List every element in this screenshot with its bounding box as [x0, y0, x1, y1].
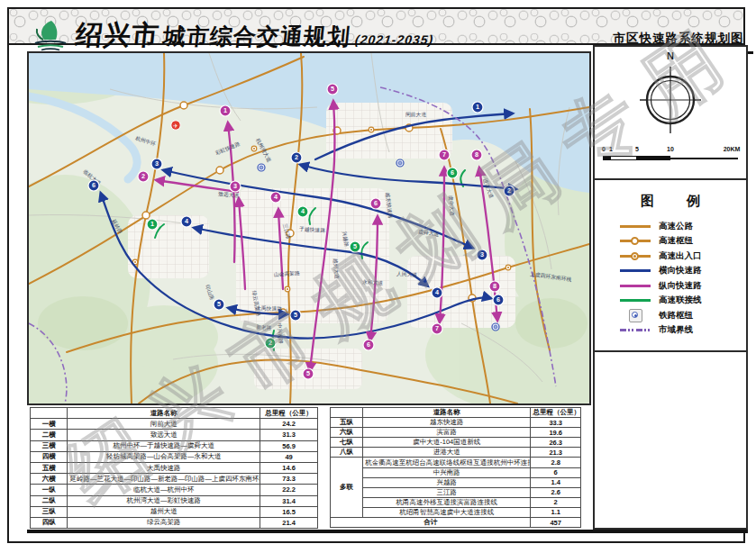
table-row: 兴越路1.4: [331, 477, 581, 487]
railway-hub-icon: [258, 164, 265, 171]
city-boundary-icon: [620, 326, 651, 335]
expressway-ramp-icon: [620, 251, 651, 260]
scale-tick: 5: [635, 146, 639, 152]
legend-label: 铁路枢纽: [659, 310, 693, 322]
route-badge: 5: [214, 299, 224, 310]
route-badge: 4: [181, 216, 192, 227]
table-row: 五纵越东快速路33.3: [331, 418, 581, 428]
legend-title: 图 例: [595, 193, 746, 210]
scale-ticks: 0 1 5 10 20KM: [603, 146, 738, 155]
table-row: 三横杭州中环—于越快速路—虞舜大道56.9: [31, 440, 318, 451]
table-row: 一纵临杭大道—杭州中环22.2: [31, 485, 318, 495]
compass-scale-box: N 0 1 5 10 20KM: [595, 47, 746, 180]
title-year: (2021-2035): [354, 32, 434, 47]
table-header-row: 道路名称总里程（公里）: [31, 408, 318, 419]
svg-text:4: 4: [274, 193, 278, 201]
title-rest: 城市综合交通规划: [162, 22, 352, 51]
side-panel: N 0 1 5 10 20KM: [593, 45, 748, 530]
railway-hub-icon: [620, 311, 651, 320]
route-badge: 2: [265, 338, 276, 349]
bottom-rule: [27, 530, 748, 533]
table-row: 中兴南路6: [331, 467, 581, 477]
scale-bar-segments: [603, 156, 738, 160]
legend-label: 高速枢纽: [659, 235, 693, 247]
route-badge: 3: [151, 159, 162, 169]
green-sail-logo: [31, 20, 70, 56]
road-table-left: 道路名称总里程（公里）一横闸前大道24.2二横致远大道31.3三横杭州中环—于越…: [30, 407, 318, 529]
svg-text:5: 5: [306, 369, 310, 377]
table-row: 三江路2.6: [331, 487, 581, 497]
legend-item: 高速枢纽: [595, 234, 746, 249]
route-badge: 6: [88, 180, 99, 191]
svg-text:6: 6: [367, 340, 370, 349]
svg-text:6: 6: [496, 295, 500, 304]
table-row: 四横轻纺城高架路—山会高架路—永和大道49: [31, 451, 318, 462]
svg-text:7: 7: [442, 150, 446, 159]
route-badge: 6: [363, 340, 374, 350]
svg-text:4: 4: [301, 207, 305, 215]
svg-text:2: 2: [269, 339, 272, 347]
legend-item: 高速公路: [595, 219, 746, 234]
route-badge: 4: [432, 287, 442, 298]
railway-hub-icon: [396, 159, 404, 167]
route-badge: 8: [489, 281, 500, 292]
route-badge: 7: [432, 323, 442, 334]
table-row: 八纵进港大道21.3: [331, 448, 581, 458]
svg-text:1: 1: [476, 103, 479, 111]
svg-text:1: 1: [223, 106, 227, 114]
svg-text:1: 1: [150, 220, 154, 228]
svg-text:4: 4: [185, 217, 188, 225]
route-badge: 3: [230, 181, 241, 192]
notes-box: [595, 352, 746, 539]
svg-text:5: 5: [353, 242, 357, 250]
svg-text:2: 2: [295, 153, 298, 161]
svg-text:6: 6: [374, 199, 378, 207]
legend-item: 市域界线: [595, 323, 746, 339]
table-row: 六横延岭路—兰花大道—印山路—新老路—印山路—上虞四环东南环线73.3: [31, 474, 318, 485]
legend-label: 高速联接线: [659, 295, 702, 306]
route-badge: 6: [493, 295, 504, 305]
table-row: 一横闸前大道24.2: [31, 419, 318, 430]
legend-label: 高速出入口: [659, 250, 702, 262]
table-row: 四纵绿云高架路21.4: [31, 517, 318, 528]
svg-text:✈: ✈: [173, 122, 178, 129]
table-row: 五横大禹快速路14.6: [31, 462, 318, 473]
table-row: 杭绍甬智慧高速虞中大道连接线1.1: [331, 507, 581, 517]
route-badge: 1: [220, 105, 231, 116]
expressway-hub-icon: [620, 237, 651, 246]
road-label: 闸前大道: [405, 112, 426, 118]
main-map: ✈ 闸前大道杭州中环致远大道于越快速路虞舜大道人民大道永和大道大禹快速路山会高架…: [27, 51, 591, 405]
route-badge: 1: [472, 102, 483, 113]
scale-tick: 20KM: [724, 146, 741, 152]
table-row: 二纵杭州湾大道—彩虹快速路31.4: [31, 495, 318, 506]
legend: 图 例 高速公路高速枢纽高速出入口横向快速路纵向快速路高速联接线铁路枢纽市域界线: [595, 193, 746, 352]
legend-item: 纵向快速路: [595, 278, 746, 294]
route-badge: 7: [439, 150, 450, 160]
route-badge: 2: [504, 186, 515, 196]
legend-item: 高速联接线: [595, 294, 746, 309]
airport-icon: ✈: [171, 121, 180, 130]
legend-item: 铁路枢纽: [595, 308, 746, 323]
scale-tick: 10: [667, 146, 674, 152]
svg-text:6: 6: [451, 168, 454, 177]
road-label: 永和大道: [361, 278, 384, 286]
road-label: 人民大道: [396, 271, 418, 277]
legend-label: 纵向快速路: [659, 280, 702, 292]
svg-text:6: 6: [92, 181, 96, 189]
svg-text:3: 3: [480, 250, 484, 258]
svg-text:4: 4: [435, 288, 439, 296]
legend-list: 高速公路高速枢纽高速出入口横向快速路纵向快速路高速联接线铁路枢纽市域界线: [595, 219, 746, 338]
scale-tick: 1: [609, 146, 613, 152]
table-row: 多联杭金衢高速至杭绍台高速联络线枢纽互通接杭州中环连接线2.8: [331, 458, 581, 467]
route-badge: 4: [270, 192, 281, 203]
vertical-expressway-icon: [620, 281, 651, 290]
route-badge: 4: [297, 206, 308, 217]
road-table-right: 道路名称总里程（公里）五纵越东快速路33.3六纵滨富路19.6七纵虞中大道-10…: [330, 407, 581, 528]
table-row: 三纵越州大道16.5: [31, 506, 318, 517]
svg-text:8: 8: [475, 150, 478, 159]
table-total-row: 合计457: [331, 518, 581, 528]
svg-text:3: 3: [155, 159, 159, 168]
route-badge: 1: [147, 219, 158, 230]
table-header-row: 道路名称总里程（公里）: [331, 408, 581, 418]
title-city: 绍兴市: [74, 17, 161, 54]
